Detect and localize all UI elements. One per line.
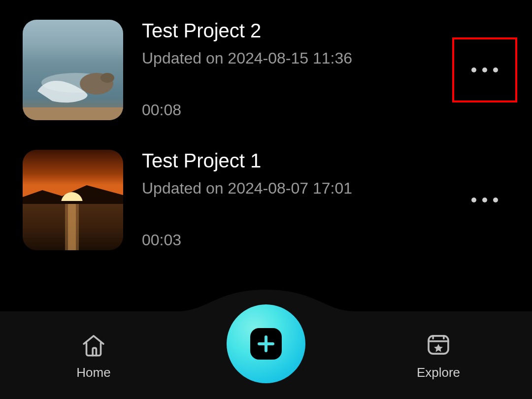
project-thumbnail: [23, 20, 123, 120]
plus-icon: [250, 328, 282, 360]
more-icon: [471, 198, 498, 202]
project-info: Test Project 2 Updated on 2024-08-15 11:…: [142, 20, 509, 120]
project-duration: 00:08: [142, 101, 509, 119]
home-icon: [79, 331, 108, 359]
svg-rect-5: [23, 107, 123, 120]
project-title: Test Project 1: [142, 150, 509, 171]
svg-point-4: [100, 73, 114, 83]
project-duration: 00:03: [142, 231, 509, 249]
project-updated-at: Updated on 2024-08-15 11:36: [142, 49, 509, 67]
project-thumbnail: [23, 150, 123, 250]
more-icon: [471, 67, 498, 72]
project-more-button[interactable]: [460, 175, 509, 225]
project-row[interactable]: Test Project 1 Updated on 2024-08-07 17:…: [23, 150, 509, 250]
explore-icon: [424, 331, 453, 359]
nav-home-label: Home: [76, 365, 110, 380]
nav-explore[interactable]: Explore: [404, 331, 473, 380]
project-title: Test Project 2: [142, 20, 509, 41]
svg-rect-0: [23, 20, 123, 64]
svg-rect-11: [68, 204, 76, 250]
project-list: Test Project 2 Updated on 2024-08-15 11:…: [0, 0, 532, 250]
new-project-button[interactable]: [227, 304, 305, 383]
project-updated-at: Updated on 2024-08-07 17:01: [142, 179, 509, 198]
nav-home[interactable]: Home: [59, 331, 128, 380]
fab-container: [227, 304, 305, 383]
nav-explore-label: Explore: [417, 365, 460, 380]
project-more-button[interactable]: [460, 45, 509, 95]
app-screen: Test Project 2 Updated on 2024-08-15 11:…: [0, 0, 532, 399]
project-info: Test Project 1 Updated on 2024-08-07 17:…: [142, 150, 509, 250]
project-row[interactable]: Test Project 2 Updated on 2024-08-15 11:…: [23, 20, 509, 120]
